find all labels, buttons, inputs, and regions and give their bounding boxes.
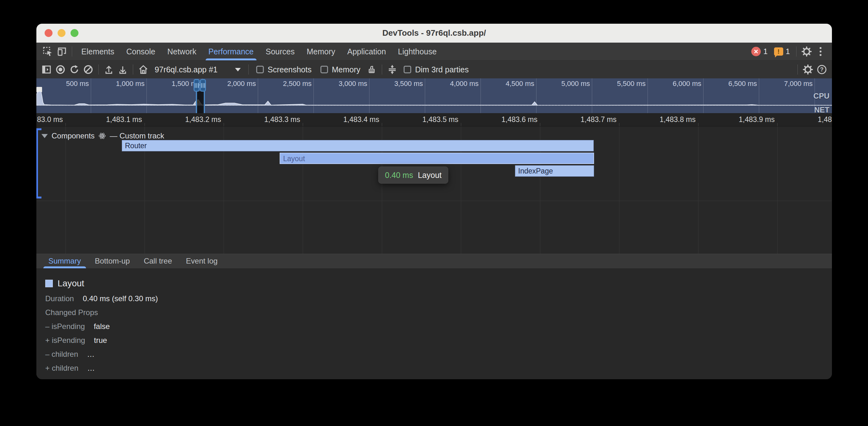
screenshots-checkbox[interactable]: Screenshots	[256, 65, 312, 74]
tab-elements[interactable]: Elements	[75, 43, 120, 60]
record-icon[interactable]	[54, 63, 67, 76]
checkbox-box	[256, 66, 264, 73]
window-title: DevTools - 97r6ql.csb.app/	[382, 28, 486, 38]
clear-icon[interactable]	[81, 63, 95, 76]
summary-row-children-new: + children …	[45, 361, 832, 375]
upload-profile-icon[interactable]	[102, 63, 116, 76]
divider	[133, 64, 133, 74]
screenshots-label: Screenshots	[268, 65, 312, 74]
settings-gear-icon[interactable]	[800, 44, 814, 59]
summary-title-row: Layout	[45, 275, 832, 292]
flame-chart[interactable]: Components — Custom track Router Layout …	[36, 126, 832, 254]
time-tick: 83.0 ms	[37, 116, 63, 124]
tab-event-log[interactable]: Event log	[179, 254, 225, 268]
summary-event-name: Layout	[58, 278, 84, 289]
dim-3rd-parties-checkbox[interactable]: Dim 3rd parties	[404, 65, 469, 74]
time-tick: 1,484 ms	[818, 116, 832, 124]
tick-mark	[461, 123, 461, 126]
time-tick: 1,483.8 ms	[621, 116, 695, 124]
close-button[interactable]	[44, 29, 53, 37]
tab-lighthouse[interactable]: Lighthouse	[392, 43, 442, 60]
flame-bar-layout[interactable]: Layout	[280, 153, 594, 164]
tab-console[interactable]: Console	[120, 43, 161, 60]
selection-handle-right[interactable]	[200, 79, 206, 92]
summary-row-ispending-new: + isPending true	[45, 333, 832, 347]
issues-icon: !	[774, 47, 783, 56]
checkbox-box	[320, 66, 328, 73]
time-tick: 1,483.9 ms	[700, 116, 775, 124]
error-count: 1	[763, 47, 767, 56]
tab-bottom-up[interactable]: Bottom-up	[88, 254, 137, 268]
time-tick: 1,483.7 ms	[542, 116, 617, 124]
inspect-element-icon[interactable]	[41, 44, 55, 59]
cpu-activity-sparkline	[36, 78, 832, 113]
collapse-flame-icon[interactable]	[385, 63, 399, 76]
memory-checkbox[interactable]: Memory	[320, 65, 360, 74]
help-icon[interactable]: ?	[815, 63, 829, 76]
device-toolbar-icon[interactable]	[55, 44, 69, 59]
zoom-button[interactable]	[70, 29, 79, 37]
tick-mark	[65, 123, 66, 126]
divider	[798, 64, 798, 74]
tab-application[interactable]: Application	[341, 43, 392, 60]
devtools-window: DevTools - 97r6ql.csb.app/ Elements Cons…	[36, 24, 832, 379]
tab-summary[interactable]: Summary	[41, 254, 88, 268]
track-separator	[36, 201, 832, 201]
reload-and-record-icon[interactable]	[67, 63, 81, 76]
track-subtitle: — Custom track	[110, 131, 164, 140]
gridline	[65, 126, 66, 254]
target-selector-dropdown[interactable]: 97r6ql.csb.app #1	[150, 65, 245, 74]
tab-network[interactable]: Network	[161, 43, 203, 60]
tick-mark	[382, 123, 382, 126]
selection-handle-left[interactable]	[194, 79, 199, 92]
dim-3rd-parties-label: Dim 3rd parties	[415, 65, 469, 74]
gridline	[619, 126, 619, 254]
summary-row-changed-props: Changed Props	[45, 305, 832, 320]
tick-mark	[698, 123, 699, 126]
tick-mark	[619, 123, 619, 126]
time-tick: 1,483.5 ms	[384, 116, 458, 124]
tab-sources[interactable]: Sources	[260, 43, 301, 60]
components-track-header[interactable]: Components — Custom track	[41, 131, 164, 140]
time-tick: 1,483.6 ms	[463, 116, 537, 124]
home-icon[interactable]	[136, 63, 150, 76]
time-tick: 1,483.2 ms	[147, 116, 221, 124]
checkbox-box	[404, 66, 411, 73]
tick-mark	[303, 123, 303, 126]
tooltip-duration: 0.40 ms	[385, 171, 413, 180]
tab-memory[interactable]: Memory	[301, 43, 341, 60]
selection-window[interactable]	[196, 91, 205, 113]
tab-call-tree[interactable]: Call tree	[137, 254, 179, 268]
details-tab-bar: Summary Bottom-up Call tree Event log	[36, 254, 832, 268]
timeline-overview[interactable]: 500 ms 1,000 ms 1,500 ms 2,000 ms 2,500 …	[36, 78, 832, 113]
tick-mark	[145, 123, 145, 126]
gridline	[777, 126, 778, 254]
chevron-down-icon	[235, 68, 241, 71]
issues-badge[interactable]: ! 1	[774, 47, 790, 56]
devtools-tab-bar: Elements Console Network Performance Sou…	[36, 43, 832, 61]
error-badge[interactable]: 1	[751, 47, 767, 56]
tick-mark	[777, 123, 778, 126]
target-selector-value: 97r6ql.csb.app #1	[155, 65, 218, 74]
minimize-button[interactable]	[58, 29, 65, 37]
time-tick: 1,483.1 ms	[67, 116, 142, 124]
download-profile-icon[interactable]	[116, 63, 130, 76]
time-tick: 1,483.4 ms	[305, 116, 379, 124]
detail-time-ruler: 83.0 ms 1,483.1 ms 1,483.2 ms 1,483.3 ms…	[36, 113, 832, 126]
net-track-label: NET	[814, 105, 829, 113]
collect-garbage-icon[interactable]	[365, 63, 379, 76]
flame-bar-router[interactable]: Router	[122, 140, 594, 152]
capture-settings-gear-icon[interactable]	[801, 63, 815, 76]
svg-text:?: ?	[820, 66, 824, 73]
summary-pane: Layout Duration 0.40 ms (self 0.30 ms) C…	[36, 268, 832, 379]
collapse-triangle-icon[interactable]	[41, 134, 48, 138]
divider	[72, 46, 72, 57]
more-options-kebab-icon[interactable]	[814, 44, 828, 59]
tab-performance[interactable]: Performance	[203, 43, 260, 60]
divider	[98, 64, 99, 74]
performance-toolbar: 97r6ql.csb.app #1 Screenshots Memory	[36, 61, 832, 78]
toggle-sidebar-icon[interactable]	[39, 63, 54, 76]
track-name: Components	[52, 131, 95, 140]
gridline	[698, 126, 699, 254]
flame-bar-indexpage[interactable]: IndexPage	[515, 165, 594, 177]
